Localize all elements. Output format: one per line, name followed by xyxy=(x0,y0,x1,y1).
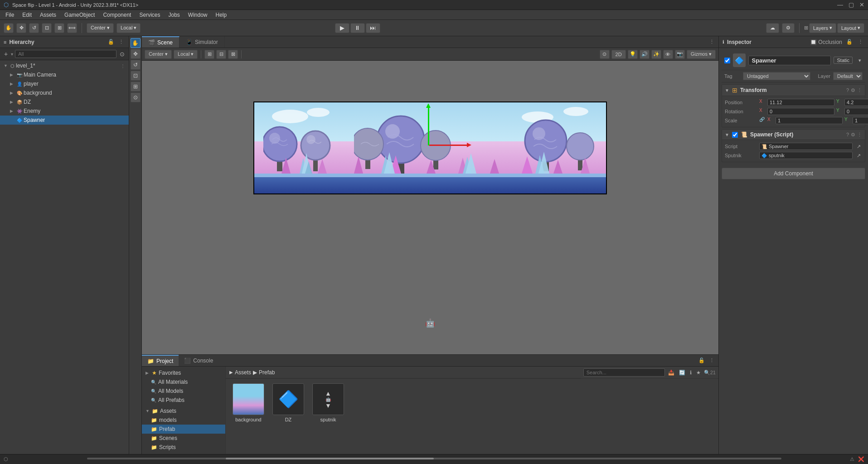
toolbar-transform-tool[interactable]: ⟺ xyxy=(67,23,77,33)
menu-assets[interactable]: Assets xyxy=(36,11,60,19)
proj-import-btn[interactable]: 📥 xyxy=(667,369,676,376)
proj-favorites-header[interactable]: ▶ ★ Favorites xyxy=(142,368,225,377)
pivot-dropdown[interactable]: Center ▾ xyxy=(145,50,172,59)
maximize-btn[interactable]: ▢ xyxy=(849,1,854,8)
layout-btn[interactable]: Layout ▾ xyxy=(837,23,864,33)
menu-help[interactable]: Help xyxy=(212,11,231,19)
coord-btn[interactable]: Local ▾ xyxy=(116,23,141,33)
project-search-input[interactable] xyxy=(583,368,665,377)
local-dropdown[interactable]: Local ▾ xyxy=(174,50,198,59)
proj-fav-btn[interactable]: ★ xyxy=(695,369,702,376)
scene-viewport[interactable]: 🤖 xyxy=(142,61,718,354)
toolbar-rect-tool[interactable]: ⊞ xyxy=(54,23,64,33)
hierarchy-filter-btn[interactable]: ⊙ xyxy=(118,50,126,58)
tree-item-dz[interactable]: ▶ 📦 DZ xyxy=(0,97,129,106)
tree-item-spawner[interactable]: 🔷 Spawner xyxy=(0,116,129,125)
spawner-settings-btn[interactable]: ⚙ xyxy=(851,132,855,138)
gizmo-btn[interactable]: ⊙ xyxy=(600,50,610,59)
object-name-input[interactable] xyxy=(748,56,831,65)
breadcrumb-assets[interactable]: Assets xyxy=(235,369,251,376)
static-dropdown-btn[interactable]: ▾ xyxy=(857,57,863,64)
tool-rotate[interactable]: ↺ xyxy=(131,60,141,70)
proj-all-models[interactable]: 🔍 All Models xyxy=(142,387,225,396)
minimize-btn[interactable]: — xyxy=(837,1,843,8)
file-sputnik[interactable]: ▲ 🤖 ▼ sputnik xyxy=(310,383,346,422)
toolbar-scale-tool[interactable]: ⊡ xyxy=(42,23,52,33)
menu-jobs[interactable]: Jobs xyxy=(165,11,183,19)
sputnik-link-btn[interactable]: ↗ xyxy=(855,152,862,159)
proj-scenes[interactable]: 📁 Scenes xyxy=(142,434,225,443)
hierarchy-search-input[interactable] xyxy=(15,50,116,58)
toolbar-move-tool[interactable]: ✥ xyxy=(16,23,26,33)
cloud-btn[interactable]: ☁ xyxy=(766,23,779,33)
menu-window[interactable]: Window xyxy=(184,11,211,19)
fx-btn[interactable]: ✨ xyxy=(651,50,661,59)
proj-assets-header[interactable]: ▼ 📁 Assets xyxy=(142,406,225,416)
pivot-btn[interactable]: Center ▾ xyxy=(87,23,114,33)
tree-item-menu[interactable]: ⋮ xyxy=(121,63,129,68)
tree-item-maincamera[interactable]: ▶ 📷 Main Camera xyxy=(0,70,129,79)
tree-item-enemy[interactable]: ▶ 👾 Enemy xyxy=(0,106,129,116)
proj-scripts[interactable]: 📁 Scripts xyxy=(142,443,225,452)
tab-console[interactable]: ⬛ Console xyxy=(179,355,218,366)
spawner-script-header[interactable]: ▼ 📜 Spawner (Script) ? ⚙ ⋮ xyxy=(722,130,865,140)
toolbar-hand-tool[interactable]: ✋ xyxy=(4,23,14,33)
menu-services[interactable]: Services xyxy=(136,11,164,19)
close-btn[interactable]: ✕ xyxy=(859,1,864,8)
transform-help-btn[interactable]: ? xyxy=(846,87,849,93)
add-component-button[interactable]: Add Component xyxy=(722,168,865,179)
bottom-lock-btn[interactable]: 🔓 xyxy=(697,357,706,364)
proj-models[interactable]: 📁 models xyxy=(142,416,225,425)
rot-y-input[interactable] xyxy=(844,108,868,115)
bottom-menu-btn[interactable]: ⋮ xyxy=(708,357,716,364)
tree-item-level1[interactable]: ▼ ⬡ level_1* ⋮ xyxy=(0,61,129,70)
inspector-lock-btn[interactable]: 🔓 xyxy=(845,39,854,45)
menu-file[interactable]: File xyxy=(2,11,18,19)
hierarchy-menu-btn[interactable]: ⋮ xyxy=(117,39,125,45)
step-button[interactable]: ⏭ xyxy=(366,23,380,33)
layer-select[interactable]: Default xyxy=(833,72,863,80)
breadcrumb-prefab[interactable]: Prefab xyxy=(259,369,275,376)
tree-item-player[interactable]: ▶ 👤 player xyxy=(0,79,129,88)
hierarchy-add-btn[interactable]: + xyxy=(3,50,9,58)
scene-menu-btn[interactable]: ⋮ xyxy=(708,39,716,45)
audio-btn[interactable]: 🔊 xyxy=(640,50,650,59)
inspector-menu-btn[interactable]: ⋮ xyxy=(857,39,864,45)
proj-info-btn[interactable]: ℹ xyxy=(689,369,693,376)
layers-btn[interactable]: Layers ▾ xyxy=(809,23,836,33)
script-link-btn[interactable]: ↗ xyxy=(855,143,862,150)
hidden-btn[interactable]: 👁 xyxy=(663,50,673,59)
tree-item-background[interactable]: ▶ 🎨 background xyxy=(0,88,129,97)
proj-all-prefabs[interactable]: 🔍 All Prefabs xyxy=(142,396,225,405)
tool-hand[interactable]: ✋ xyxy=(131,38,141,48)
spawner-help-btn[interactable]: ? xyxy=(846,132,849,138)
snap-incr-btn[interactable]: ⊠ xyxy=(228,50,238,59)
2d-btn[interactable]: 2D xyxy=(611,50,626,59)
hierarchy-lock-btn[interactable]: 🔓 xyxy=(107,39,116,45)
proj-all-materials[interactable]: 🔍 All Materials xyxy=(142,377,225,387)
scale-x-input[interactable] xyxy=(776,117,843,124)
toolbar-rotate-tool[interactable]: ↺ xyxy=(29,23,39,33)
object-active-checkbox[interactable] xyxy=(724,58,730,63)
transform-header[interactable]: ▼ ⊞ Transform ? ⚙ ⋮ xyxy=(722,85,865,96)
play-button[interactable]: ▶ xyxy=(335,23,349,33)
proj-prefab[interactable]: 📁 Prefab xyxy=(142,425,225,434)
spawner-enabled-checkbox[interactable] xyxy=(732,132,738,138)
proj-refresh-btn[interactable]: 🔄 xyxy=(678,369,687,376)
occlusion-tab[interactable]: 🔲 Occlusion xyxy=(810,39,842,45)
pause-button[interactable]: ⏸ xyxy=(350,23,365,33)
snap-btn[interactable]: ⊞ xyxy=(204,50,214,59)
file-background[interactable]: background xyxy=(230,383,267,422)
tool-scale[interactable]: ⊡ xyxy=(131,71,141,81)
scale-y-input[interactable] xyxy=(853,117,868,124)
tool-rect[interactable]: ⊞ xyxy=(131,82,141,92)
tag-select[interactable]: Untagged xyxy=(743,72,810,80)
tool-custom[interactable]: ⊙ xyxy=(131,92,141,102)
pos-x-input[interactable] xyxy=(767,99,834,106)
settings-btn[interactable]: ⚙ xyxy=(782,23,795,33)
menu-edit[interactable]: Edit xyxy=(19,11,35,19)
gizmos-toggle[interactable]: Gizmos ▾ xyxy=(687,50,716,59)
camera-btn[interactable]: 📷 xyxy=(675,50,685,59)
rot-x-input[interactable] xyxy=(767,108,834,115)
tab-simulator[interactable]: 📱 Simulator xyxy=(179,36,225,48)
